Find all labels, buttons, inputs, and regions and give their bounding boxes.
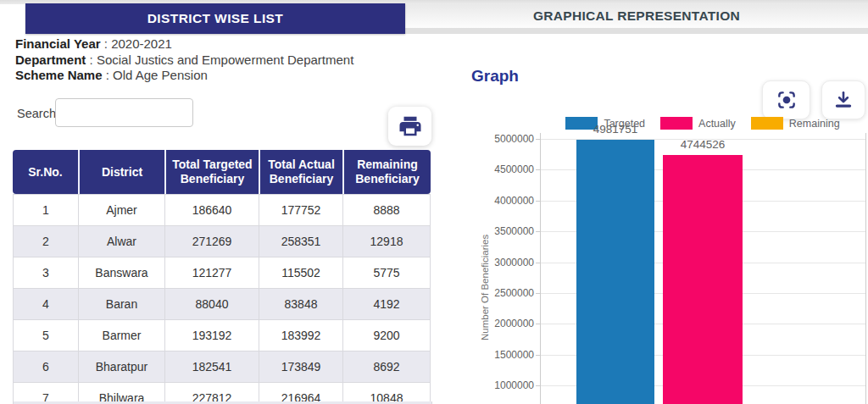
table-cell: 8888 [342,194,431,226]
table-cell: 177752 [259,194,342,226]
column-header[interactable]: District [78,150,164,194]
tick-mark [536,324,540,324]
table-cell: 9200 [342,320,431,351]
y-tick-label: 3500000 [458,225,534,237]
chart-download-button[interactable] [821,80,865,119]
table-cell: 271269 [164,226,259,257]
tab-district-label: DISTRICT WISE LIST [147,11,283,26]
table-row: 5Barmer1931921839929200 [13,320,431,351]
table-cell: Ajmer [78,194,164,226]
table-cell: 3 [13,257,78,289]
tick-mark [536,263,540,263]
bar-value-label: 4981751 [551,123,680,136]
column-header[interactable]: Total Targeted Beneficiary [164,150,259,194]
graph-panel: Graph TargetedActually [441,0,868,404]
y-tick-label: 1000000 [458,379,534,391]
table-cell: 182541 [164,351,259,383]
page: GRAPHICAL REPRESENTATION DISTRICT WISE L… [0,0,868,404]
table-cell: 186640 [164,194,259,226]
search-input[interactable] [55,98,193,127]
tick-mark [536,201,540,202]
y-tick-label: 2500000 [458,287,534,299]
table-header-row: Sr.No.DistrictTotal Targeted Beneficiary… [13,150,431,194]
search-label: Search: [17,107,59,120]
graph-title: Graph [471,67,519,86]
y-tick-label: 1500000 [458,349,534,361]
table-body: 1Ajmer18664017775288882Alwar271269258351… [13,194,431,404]
column-header[interactable]: Remaining Beneficiary [342,150,431,194]
table-cell: 6 [13,351,78,383]
table-row: 3Banswara1212771155025775 [13,257,431,289]
y-tick-label: 3000000 [458,257,534,268]
table-cell: Bharatpur [78,351,164,383]
table-cell: 2 [13,226,78,257]
y-tick-label: 4500000 [458,163,534,175]
y-tick-label: 4000000 [458,195,534,207]
legend-swatch [751,117,783,130]
print-button[interactable] [388,107,431,146]
table-cell: 258351 [259,226,342,257]
legend-label: Actually [698,118,736,130]
table-cell: 4 [13,289,78,320]
y-tick-label: 2000000 [458,318,534,329]
table-cell: 121277 [164,257,259,289]
column-header[interactable]: Total Actual Beneficiary [259,150,342,194]
tick-mark [536,355,540,356]
table-cell: 8692 [342,351,431,383]
table-cell: 88040 [164,289,259,320]
legend-item-remaining: Remaining [751,117,840,130]
y-axis-line [540,133,541,404]
table-cell: 83848 [259,289,342,320]
bar-actually[interactable] [663,155,743,404]
scheme-name-line: Scheme Name : Old Age Pension [15,68,353,84]
table-row: 4Baran88040838484192 [13,289,431,320]
tab-district-wise-list[interactable]: DISTRICT WISE LIST [25,3,405,34]
table-cell: Baran [78,289,164,320]
tick-mark [536,231,540,232]
y-tick-label: 5000000 [458,133,534,145]
chart-capture-button[interactable] [762,80,810,119]
legend-label: Remaining [789,118,840,130]
table-row: 1Ajmer1866401777528888 [13,194,431,226]
table-cell: 5775 [342,257,431,289]
focus-capture-icon [776,89,798,111]
table-cell: 183992 [259,320,342,351]
table-cell: 193192 [164,320,259,351]
table-cell: 12918 [342,226,431,257]
column-header[interactable]: Sr.No. [13,150,78,194]
district-table: Sr.No.DistrictTotal Targeted Beneficiary… [13,150,431,404]
table-row: 2Alwar27126925835112918 [13,226,431,257]
tick-mark [536,385,540,386]
plot-right-border [865,133,866,404]
table-cell: 1 [13,194,78,226]
table-cell: 115502 [259,257,342,289]
tick-mark [536,293,540,294]
printer-icon [398,113,423,139]
tick-mark [536,169,540,170]
download-icon [832,89,854,111]
table-cell: Barmer [78,320,164,351]
scheme-info: Financial Year : 2020-2021 Department : … [15,36,353,84]
table-cell: 4192 [342,289,431,320]
tick-mark [536,139,540,140]
table-row: 6Bharatpur1825411738498692 [13,351,431,383]
table-cell: 173849 [259,351,342,383]
bar-targeted[interactable] [576,140,654,404]
bar-value-label: 4744526 [637,138,768,151]
financial-year-line: Financial Year : 2020-2021 [15,36,353,53]
table-cell: Alwar [78,226,164,257]
table-cell: Banswara [78,257,164,289]
department-line: Department : Social Justics and Empowerm… [15,53,353,69]
table-cell: 5 [13,320,78,351]
